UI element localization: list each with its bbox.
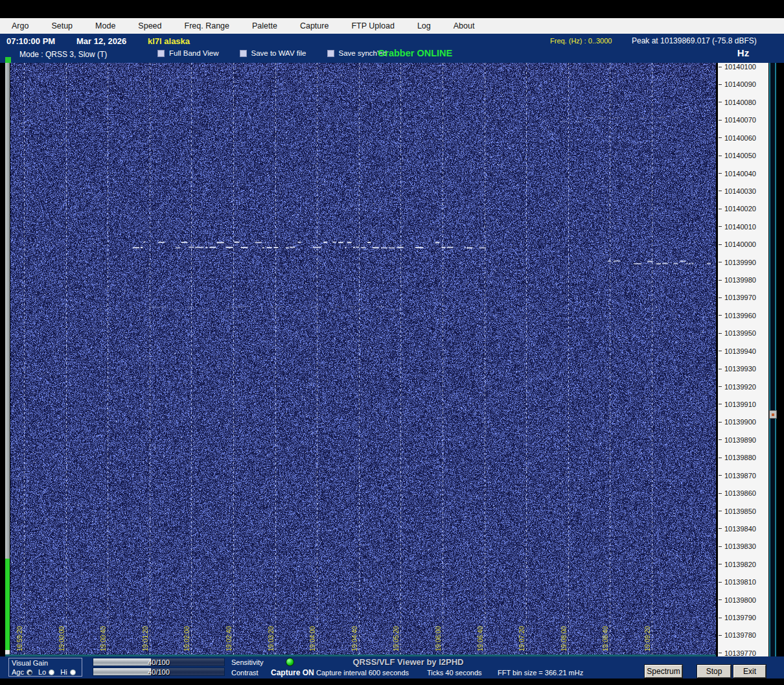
radio-lo[interactable]: Lo [38, 668, 54, 676]
freq-tick: 10140020 [719, 205, 756, 213]
capture-interval-text: Capture interval 600 seconds [316, 669, 409, 677]
menu-item-log[interactable]: Log [415, 20, 433, 32]
freq-tick-label: 10139780 [724, 631, 756, 639]
freq-tick: 10139800 [719, 596, 756, 604]
freq-tick-label: 10139810 [724, 578, 756, 586]
freq-tick-label: 10139870 [724, 472, 756, 480]
freq-tick: 10139850 [719, 507, 756, 515]
freq-tick-mark [719, 599, 722, 600]
spectrum-button[interactable]: Spectrum [645, 665, 682, 678]
freq-tick: 10139780 [719, 631, 756, 639]
freq-tick: 10140060 [719, 134, 756, 142]
freq-tick-mark [719, 191, 722, 191]
freq-tick-mark [719, 67, 722, 67]
freq-tick: 10139880 [719, 454, 756, 461]
date-text: Mar 12, 2026 [76, 36, 126, 46]
menu-item-ftp-upload[interactable]: FTP Upload [349, 20, 397, 32]
freq-tick-mark [719, 120, 722, 121]
freq-tick: 10140040 [719, 170, 756, 178]
freq-tick: 10140050 [719, 152, 756, 159]
freq-tick: 10139940 [719, 347, 756, 355]
contrast-slider-value: 40/100 [93, 668, 224, 676]
checkbox-box-icon[interactable] [327, 50, 334, 57]
freq-tick-mark [719, 511, 722, 511]
freq-tick-mark [719, 528, 722, 529]
freq-tick: 10139810 [719, 578, 756, 586]
grabber-status: Grabber ONLINE [378, 48, 452, 58]
freq-tick: 10139820 [719, 561, 756, 568]
checkbox-box-icon[interactable] [240, 50, 247, 57]
menu-item-palette[interactable]: Palette [249, 20, 280, 32]
freq-tick-mark [719, 102, 722, 102]
freq-tick: 10139970 [719, 294, 756, 301]
freq-tick-label: 10140090 [724, 80, 756, 88]
fft-bin-text: FFT bin size = 366.21 mHz [498, 669, 583, 677]
menu-item-capture[interactable]: Capture [297, 20, 331, 32]
mode-label: Mode : QRSS 3, Slow (T) [19, 50, 107, 59]
peak-readout: Peak at 10139869.017 (-75.8 dBFS) [632, 36, 757, 45]
capture-led-icon [286, 658, 294, 666]
freq-tick-mark [719, 653, 722, 653]
menu-item-mode[interactable]: Mode [93, 20, 118, 32]
freq-tick: 10139790 [719, 614, 756, 621]
freq-tick-label: 10139940 [724, 347, 756, 355]
radio-circle-icon[interactable] [49, 669, 54, 675]
radio-circle-icon[interactable] [70, 669, 76, 675]
freq-tick: 10139920 [719, 383, 756, 391]
freq-tick-mark [719, 439, 722, 440]
freq-tick-mark [719, 244, 722, 245]
sensitivity-slider[interactable]: 40/100 [93, 658, 225, 666]
level-meter-fill [5, 559, 10, 650]
menu-item-setup[interactable]: Setup [49, 20, 75, 32]
freq-tick-label: 10140080 [724, 99, 756, 106]
freq-tick: 10139950 [719, 329, 756, 337]
contrast-slider[interactable]: 40/100 [93, 668, 225, 676]
freq-tick: 10139960 [719, 312, 756, 319]
freq-tick-label: 10140060 [724, 134, 756, 142]
menu-item-speed[interactable]: Speed [135, 20, 164, 32]
freq-tick-label: 10139900 [724, 418, 756, 426]
freq-tick-mark [719, 156, 722, 156]
freq-tick-label: 10139990 [724, 259, 756, 266]
scale-unit-label: Hz [718, 47, 768, 58]
checkbox-box-icon[interactable] [157, 50, 165, 57]
checkbox-full-band-view[interactable]: Full Band View [157, 49, 219, 57]
freq-tick-mark [719, 262, 722, 262]
freq-offset-slider[interactable] [769, 63, 776, 656]
radio-hi[interactable]: Hi [60, 668, 75, 676]
freq-tick: 10140030 [719, 187, 756, 195]
freq-tick-label: 10140100 [724, 63, 756, 71]
checkbox-label: Save to WAV file [251, 49, 306, 57]
freq-tick-label: 10139910 [724, 401, 756, 408]
freq-tick-mark [719, 297, 722, 298]
freq-tick: 10139980 [719, 276, 756, 284]
checkbox-save-to-wav-file[interactable]: Save to WAV file [240, 49, 306, 57]
freq-tick-mark [719, 333, 722, 334]
freq-tick-mark [719, 226, 722, 227]
freq-tick-label: 10139800 [724, 596, 756, 604]
freq-tick-mark [719, 351, 722, 351]
radio-agc[interactable]: Agc [12, 668, 32, 676]
freq-tick-label: 10140000 [724, 240, 756, 248]
freq-tick-label: 10140050 [724, 152, 756, 159]
freq-tick-label: 10139890 [724, 436, 756, 444]
freq-tick-label: 10140070 [724, 116, 756, 124]
freq-offset-slider-thumb[interactable] [769, 410, 777, 419]
control-bar: Visual Gain AgcLoHi 40/100 40/100 Sensit… [0, 656, 784, 679]
freq-tick-label: 10139930 [724, 365, 756, 373]
exit-button[interactable]: Exit [733, 665, 766, 678]
menu-item-about[interactable]: About [451, 20, 478, 32]
radio-circle-icon[interactable] [27, 669, 32, 675]
freq-tick-mark [719, 493, 722, 494]
callsign-text: kl7l alaska [148, 36, 190, 46]
freq-range-readout: Freq. (Hz) : 0..3000 [550, 37, 612, 45]
stop-button[interactable]: Stop [697, 665, 731, 678]
spectrogram-canvas[interactable] [10, 63, 716, 655]
freq-tick: 10140000 [719, 240, 756, 248]
freq-tick-mark [719, 546, 722, 547]
menu-item-freq-range[interactable]: Freq. Range [182, 20, 232, 32]
freq-tick-label: 10139790 [724, 614, 756, 621]
radio-label: Hi [60, 668, 67, 676]
menu-item-argo[interactable]: Argo [9, 20, 31, 32]
freq-tick-label: 10139880 [724, 454, 756, 461]
